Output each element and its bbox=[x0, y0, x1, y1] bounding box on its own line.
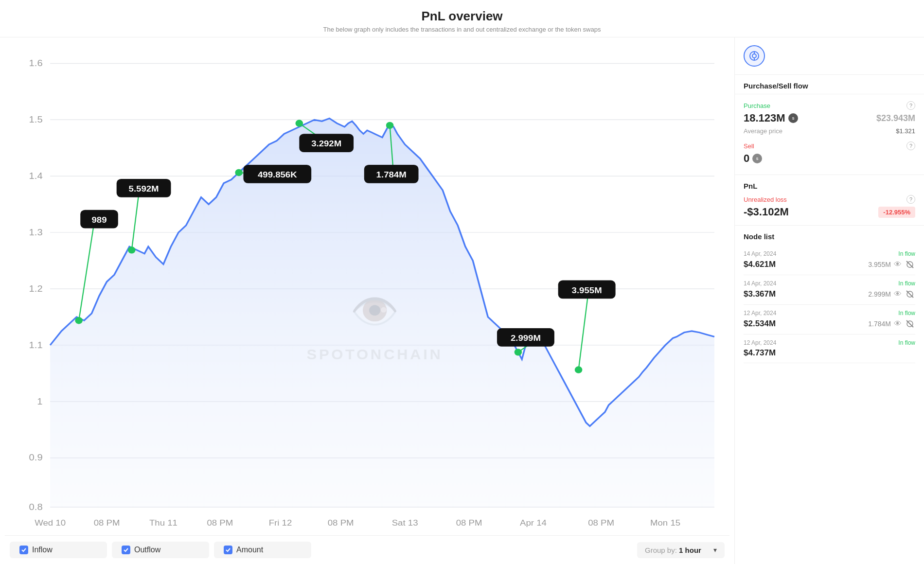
purchase-amount: 18.123M S bbox=[744, 112, 798, 124]
svg-text:👁️: 👁️ bbox=[350, 290, 399, 334]
pnl-section: PnL Unrealized loss ? -$3.102M -12.955% bbox=[735, 175, 924, 226]
inflow-checkbox[interactable] bbox=[19, 546, 28, 554]
chart-legend: Inflow Outflow Amount Group by: 1 hour ▾ bbox=[5, 535, 729, 564]
svg-line-71 bbox=[906, 320, 913, 327]
node-token: 3.955M bbox=[868, 261, 891, 268]
node-token-row: 2.999M 👁 bbox=[868, 289, 915, 300]
node-token-row: 1.784M 👁 bbox=[868, 318, 915, 329]
node-date: 14 Apr, 2024 bbox=[744, 280, 776, 287]
legend-amount[interactable]: Amount bbox=[214, 542, 311, 558]
chevron-down-icon: ▾ bbox=[713, 546, 717, 554]
price-chart: 1.6 1.5 1.4 1.3 1.2 1.1 1 0.9 0.8 bbox=[5, 42, 729, 535]
sell-help-icon[interactable]: ? bbox=[906, 141, 915, 150]
legend-inflow[interactable]: Inflow bbox=[10, 542, 107, 558]
node-item-top: 12 Apr, 2024 In flow bbox=[744, 339, 915, 346]
purchase-coin-icon: S bbox=[788, 113, 798, 123]
eye-icon[interactable]: 👁 bbox=[894, 290, 902, 299]
svg-text:Thu 11: Thu 11 bbox=[149, 518, 178, 527]
svg-point-60 bbox=[752, 54, 756, 58]
unrealized-help-icon[interactable]: ? bbox=[906, 195, 915, 204]
svg-text:1.3: 1.3 bbox=[29, 227, 43, 237]
logo-icon bbox=[744, 45, 765, 67]
node-inflow: In flow bbox=[898, 310, 915, 317]
purchase-sell-title: Purchase/Sell flow bbox=[735, 75, 924, 94]
svg-text:08 PM: 08 PM bbox=[94, 518, 120, 527]
unrealized-label: Unrealized loss ? bbox=[744, 195, 915, 204]
svg-text:08 PM: 08 PM bbox=[207, 518, 233, 527]
purchase-usd: $23.943M bbox=[876, 113, 915, 123]
amount-checkbox[interactable] bbox=[224, 546, 232, 554]
svg-text:3.955M: 3.955M bbox=[572, 285, 602, 295]
hide-icon[interactable] bbox=[905, 289, 915, 300]
svg-line-26 bbox=[132, 190, 140, 250]
node-token: 2.999M bbox=[868, 290, 891, 298]
purchase-amount-row: 18.123M S $23.943M bbox=[744, 112, 915, 124]
svg-text:08 PM: 08 PM bbox=[456, 518, 482, 527]
node-usd: $2.534M bbox=[744, 319, 776, 329]
svg-text:08 PM: 08 PM bbox=[328, 518, 354, 527]
node-item: 14 Apr, 2024 In flow $3.367M 2.999M 👁 bbox=[744, 275, 915, 305]
sell-coin-icon: S bbox=[752, 154, 762, 163]
chart-area: 1.6 1.5 1.4 1.3 1.2 1.1 1 0.9 0.8 bbox=[0, 37, 734, 564]
sell-amount: 0 S bbox=[744, 152, 762, 165]
hide-icon[interactable] bbox=[905, 318, 915, 329]
purchase-label-row: Purchase ? bbox=[744, 101, 915, 110]
svg-text:0.9: 0.9 bbox=[29, 452, 43, 462]
node-list-title: Node list bbox=[744, 232, 915, 241]
node-list-section: Node list 14 Apr, 2024 In flow $4.621M 3… bbox=[735, 226, 924, 370]
svg-text:5.592M: 5.592M bbox=[129, 184, 159, 194]
svg-text:Apr 14: Apr 14 bbox=[520, 518, 547, 527]
svg-text:1.5: 1.5 bbox=[29, 114, 43, 124]
pnl-amount-row: -$3.102M -12.955% bbox=[744, 206, 915, 218]
pnl-amount: -$3.102M bbox=[744, 206, 789, 218]
svg-line-69 bbox=[906, 291, 913, 298]
purchase-help-icon[interactable]: ? bbox=[906, 101, 915, 110]
avg-price-value: $1.321 bbox=[896, 127, 915, 135]
svg-text:499.856K: 499.856K bbox=[258, 170, 297, 179]
svg-text:SPOTONCHAIN: SPOTONCHAIN bbox=[307, 347, 443, 362]
svg-line-67 bbox=[906, 261, 913, 268]
node-token: 1.784M bbox=[868, 320, 891, 328]
node-item-top: 14 Apr, 2024 In flow bbox=[744, 280, 915, 287]
node-inflow: In flow bbox=[898, 250, 915, 257]
svg-text:S: S bbox=[792, 117, 794, 120]
page-header: PnL overview The below graph only includ… bbox=[0, 0, 924, 37]
svg-text:989: 989 bbox=[91, 215, 107, 224]
node-amount-row: $4.737M bbox=[744, 348, 915, 358]
hide-icon[interactable] bbox=[905, 259, 915, 270]
svg-text:1.784M: 1.784M bbox=[376, 170, 407, 179]
sidebar-top bbox=[735, 37, 924, 75]
eye-icon[interactable]: 👁 bbox=[894, 260, 902, 269]
svg-text:S: S bbox=[756, 157, 759, 160]
amount-label: Amount bbox=[236, 546, 263, 554]
purchase-section: Purchase ? 18.123M S $23.943M Average pr… bbox=[735, 94, 924, 175]
node-amount-row: $2.534M 1.784M 👁 bbox=[744, 318, 915, 329]
node-amount-row: $3.367M 2.999M 👁 bbox=[744, 289, 915, 300]
node-amount-row: $4.621M 3.955M 👁 bbox=[744, 259, 915, 270]
svg-text:Sat 13: Sat 13 bbox=[392, 518, 418, 527]
node-date: 14 Apr, 2024 bbox=[744, 250, 776, 257]
node-item: 14 Apr, 2024 In flow $4.621M 3.955M 👁 bbox=[744, 246, 915, 275]
node-item: 12 Apr, 2024 In flow $2.534M 1.784M 👁 bbox=[744, 305, 915, 335]
legend-outflow[interactable]: Outflow bbox=[112, 542, 209, 558]
group-by-label: Group by: 1 hour bbox=[645, 546, 701, 554]
svg-text:Fri 12: Fri 12 bbox=[269, 518, 292, 527]
node-token-row: 3.955M 👁 bbox=[868, 259, 915, 270]
svg-text:1.2: 1.2 bbox=[29, 283, 43, 293]
outflow-checkbox[interactable] bbox=[122, 546, 130, 554]
pnl-title: PnL bbox=[744, 182, 915, 190]
avg-price-row: Average price $1.321 bbox=[744, 127, 915, 135]
node-item-top: 12 Apr, 2024 In flow bbox=[744, 310, 915, 317]
node-inflow: In flow bbox=[898, 280, 915, 287]
svg-text:08 PM: 08 PM bbox=[588, 518, 614, 527]
node-item-top: 14 Apr, 2024 In flow bbox=[744, 250, 915, 257]
node-usd: $4.621M bbox=[744, 260, 776, 269]
svg-text:0.8: 0.8 bbox=[29, 501, 43, 511]
eye-icon[interactable]: 👁 bbox=[894, 319, 902, 328]
svg-text:1.1: 1.1 bbox=[29, 339, 43, 350]
group-by-control[interactable]: Group by: 1 hour ▾ bbox=[637, 542, 725, 558]
node-inflow: In flow bbox=[898, 339, 915, 346]
node-item: 12 Apr, 2024 In flow $4.737M bbox=[744, 335, 915, 363]
pnl-percent: -12.955% bbox=[878, 207, 915, 218]
svg-text:1.4: 1.4 bbox=[29, 171, 43, 181]
